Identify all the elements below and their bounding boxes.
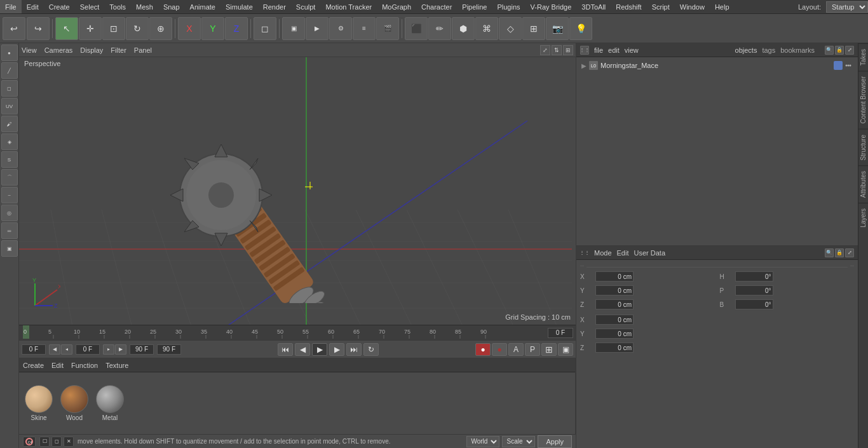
axis-x[interactable]: X: [178, 17, 201, 40]
world-dropdown[interactable]: World: [466, 436, 499, 447]
sidebar-smooth[interactable]: ◎: [1, 205, 18, 221]
status-icon-3[interactable]: ✕: [64, 437, 74, 447]
undo-button[interactable]: ↩: [3, 17, 25, 40]
coord-y-pos-input[interactable]: [595, 285, 634, 295]
sidebar-bend[interactable]: ⌒: [1, 169, 18, 186]
viewport-menu-cameras[interactable]: Cameras: [44, 46, 73, 54]
cube-tool[interactable]: ⬛: [405, 17, 428, 40]
material-skine[interactable]: Skine: [23, 385, 55, 421]
menu-character[interactable]: Character: [416, 0, 457, 13]
objects-expand-icon[interactable]: ⤢: [845, 46, 854, 55]
vp-ctrl-expand[interactable]: ⤢: [540, 45, 550, 55]
playback-frame-end-1[interactable]: [130, 344, 154, 355]
sidebar-edges[interactable]: ╱: [1, 62, 18, 79]
tab-layers[interactable]: Layers: [858, 203, 868, 233]
attr-expand-icon[interactable]: ⤢: [845, 248, 854, 257]
menu-simulate[interactable]: Simulate: [220, 0, 258, 13]
apply-button[interactable]: Apply: [538, 435, 572, 448]
playback-frame-start[interactable]: [22, 344, 46, 355]
objects-file-menu[interactable]: file: [594, 46, 603, 54]
menu-snap[interactable]: Snap: [158, 0, 185, 13]
keyframe-btn[interactable]: ⊞: [541, 343, 557, 356]
objects-dots-icon[interactable]: ⋮⋮: [580, 46, 589, 55]
vp-ctrl-layout[interactable]: ⊞: [563, 45, 573, 55]
objects-view-menu[interactable]: view: [625, 46, 639, 54]
pen-tool[interactable]: ✏: [428, 17, 451, 40]
coord-h-rot-input[interactable]: [735, 271, 773, 282]
play-btn[interactable]: ▶: [312, 343, 327, 356]
transform-tool[interactable]: ⊕: [149, 17, 172, 40]
sidebar-uvw[interactable]: UV: [1, 98, 18, 114]
frame-inc-btn[interactable]: ▸: [103, 344, 114, 355]
menu-sculpt[interactable]: Sculpt: [291, 0, 321, 13]
material-texture[interactable]: Texture: [105, 362, 128, 369]
sidebar-flatten[interactable]: ═: [1, 222, 18, 239]
goto-start-btn[interactable]: ⏮: [278, 343, 293, 356]
objects-lock-icon[interactable]: 🔒: [835, 46, 844, 55]
menu-select[interactable]: Select: [75, 0, 105, 13]
coord-x-pos-input[interactable]: [595, 271, 634, 282]
tab-attributes[interactable]: Attributes: [858, 165, 868, 203]
menu-pipeline[interactable]: Pipeline: [457, 0, 492, 13]
menu-script[interactable]: Script: [647, 0, 675, 13]
attr-mode-label[interactable]: Mode: [594, 249, 612, 257]
sidebar-s[interactable]: S: [1, 151, 18, 168]
sidebar-sculpt[interactable]: ◈: [1, 133, 18, 150]
viewport-canvas[interactable]: X Y Z Perspective Grid Spacing : 10 cm: [19, 57, 576, 325]
attr-userdata-label[interactable]: User Data: [634, 249, 666, 257]
tags-tab-label[interactable]: tags: [762, 46, 775, 54]
goto-end-btn[interactable]: ⏭: [346, 343, 362, 356]
objects-tab-label[interactable]: objects: [735, 46, 757, 54]
menu-help[interactable]: Help: [710, 0, 735, 13]
light-tool[interactable]: 💡: [569, 17, 592, 40]
deform-tool[interactable]: ⌘: [475, 17, 498, 40]
menu-mograph[interactable]: MoGraph: [377, 0, 416, 13]
menu-mesh[interactable]: Mesh: [131, 0, 158, 13]
playback-frame-current[interactable]: [76, 344, 100, 355]
axis-z[interactable]: Z: [225, 17, 248, 40]
tab-content-browser[interactable]: Content Browser: [858, 71, 868, 128]
create-object[interactable]: ◻: [254, 17, 276, 40]
material-edit[interactable]: Edit: [51, 362, 64, 369]
playback-frame-end-2[interactable]: [157, 344, 181, 355]
current-frame-input[interactable]: [548, 328, 573, 338]
material-wood[interactable]: Wood: [58, 385, 90, 421]
coord-z-pos-input[interactable]: [595, 299, 634, 309]
menu-plugins[interactable]: Plugins: [492, 0, 525, 13]
sidebar-points[interactable]: ●: [1, 44, 18, 61]
menu-create[interactable]: Create: [44, 0, 75, 13]
sidebar-spline[interactable]: ~: [1, 187, 18, 203]
sidebar-polygons[interactable]: ◻: [1, 80, 18, 97]
render-region[interactable]: ▣: [282, 17, 305, 40]
tab-takes[interactable]: Takes: [858, 43, 868, 71]
menu-motion-tracker[interactable]: Motion Tracker: [320, 0, 377, 13]
material-create[interactable]: Create: [23, 362, 44, 369]
viewport-menu-filter[interactable]: Filter: [111, 46, 126, 54]
redo-button[interactable]: ↪: [27, 17, 50, 40]
sidebar-paint[interactable]: 🖌: [1, 116, 18, 132]
frame-dec-btn[interactable]: ◂: [61, 344, 72, 355]
vp-ctrl-swap[interactable]: ⇅: [552, 45, 562, 55]
material-metal[interactable]: Metal: [94, 385, 126, 421]
viewport-menu-view[interactable]: View: [22, 46, 37, 54]
menu-vray[interactable]: V-Ray Bridge: [526, 0, 577, 13]
scale-dropdown[interactable]: Scale: [502, 436, 535, 447]
object-row-mace[interactable]: ▶ L0 Morningstar_Mace: [579, 60, 855, 71]
menu-edit[interactable]: Edit: [22, 0, 44, 13]
select-tool[interactable]: ↖: [55, 17, 78, 40]
paint-tool[interactable]: ◇: [499, 17, 522, 40]
frame-prev-btn[interactable]: ◀: [49, 344, 60, 355]
render-settings[interactable]: ⚙: [329, 17, 352, 40]
menu-tools[interactable]: Tools: [104, 0, 131, 13]
menu-window[interactable]: Window: [675, 0, 710, 13]
menu-file[interactable]: File: [0, 0, 22, 13]
grid-tool[interactable]: ⊞: [522, 17, 545, 40]
status-icon-2[interactable]: ◻: [51, 437, 62, 447]
scale-z-input[interactable]: [595, 343, 634, 353]
render-picture[interactable]: 🎬: [376, 17, 399, 40]
tab-structure[interactable]: Structure: [858, 129, 868, 166]
motion-key-btn[interactable]: P: [525, 343, 540, 356]
viewport-menu-panel[interactable]: Panel: [134, 46, 152, 54]
scale-tool[interactable]: ⊡: [102, 17, 125, 40]
render-view[interactable]: ▶: [306, 17, 329, 40]
